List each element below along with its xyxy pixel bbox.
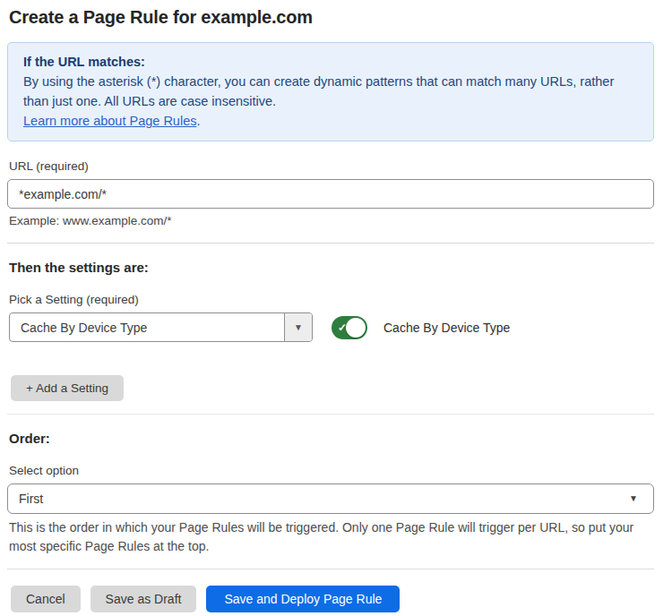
create-page-rule-panel: Create a Page Rule for example.com If th… <box>0 0 672 612</box>
toggle-knob <box>346 318 366 338</box>
url-example-text: Example: www.example.com/* <box>9 214 654 227</box>
add-setting-button[interactable]: + Add a Setting <box>11 375 124 401</box>
info-box-body: By using the asterisk (*) character, you… <box>23 72 638 111</box>
save-deploy-button[interactable]: Save and Deploy Page Rule <box>206 586 400 612</box>
url-field-label: URL (required) <box>9 159 654 173</box>
dropdown-arrow-icon: ▼ <box>294 323 303 332</box>
order-select[interactable]: First ▼ <box>7 483 654 514</box>
settings-section-divider <box>7 243 654 244</box>
save-draft-button[interactable]: Save as Draft <box>90 586 197 612</box>
footer-divider <box>7 569 654 569</box>
setting-toggle-label: Cache By Device Type <box>383 321 510 335</box>
link-period: . <box>196 114 200 128</box>
setting-select[interactable]: Cache By Device Type ▼ <box>9 312 313 342</box>
settings-section-heading: Then the settings are: <box>9 260 654 275</box>
order-select-value: First <box>19 492 43 506</box>
info-box-heading: If the URL matches: <box>23 52 638 72</box>
order-section-divider <box>7 414 654 415</box>
setting-select-value: Cache By Device Type <box>10 321 147 335</box>
setting-select-arrow-button[interactable]: ▼ <box>284 313 312 341</box>
cancel-button[interactable]: Cancel <box>11 586 81 612</box>
setting-toggle[interactable]: ✓ <box>332 316 367 339</box>
order-help-text: This is the order in which your Page Rul… <box>9 518 654 556</box>
dropdown-arrow-icon: ▼ <box>629 494 638 503</box>
info-link-line: Learn more about Page Rules. <box>23 111 638 131</box>
pick-setting-label: Pick a Setting (required) <box>9 293 654 306</box>
url-input[interactable] <box>7 179 654 209</box>
footer-actions: Cancel Save as Draft Save and Deploy Pag… <box>11 586 654 612</box>
setting-row: Cache By Device Type ▼ ✓ Cache By Device… <box>7 312 654 342</box>
learn-more-link[interactable]: Learn more about Page Rules <box>23 114 196 128</box>
order-section-heading: Order: <box>9 431 654 446</box>
select-option-label: Select option <box>9 464 654 477</box>
url-match-info-box: If the URL matches: By using the asteris… <box>7 42 654 141</box>
page-title: Create a Page Rule for example.com <box>9 7 654 28</box>
